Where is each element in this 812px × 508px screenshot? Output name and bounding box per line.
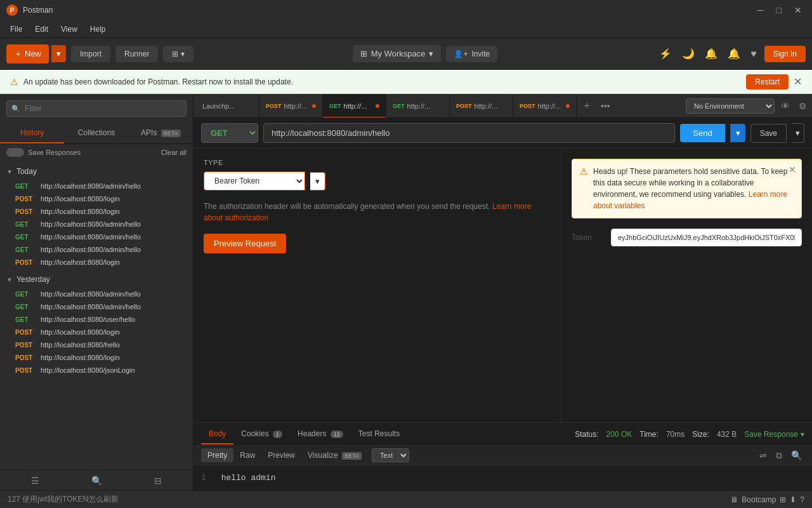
tab-post-1[interactable]: POST http://... [259,94,323,118]
send-button[interactable]: Send [680,124,724,142]
method-badge: GET [15,316,36,323]
search-bottom-icon[interactable]: 🔍 [91,476,102,486]
tab-get-2[interactable]: GET http://... [386,94,450,118]
format-type-select[interactable]: Text [372,448,409,462]
response-tab-body[interactable]: Body [201,424,233,444]
item-url: http://localhost:8080/admin/hello [41,290,141,298]
yesterday-header[interactable]: ▼ Yesterday [0,271,193,288]
search-input[interactable] [6,100,187,117]
notification-icon-btn[interactable]: 🔔 [702,45,720,62]
response-tab-tests[interactable]: Test Results [351,424,407,444]
invite-button[interactable]: 👤+ Invite [446,46,497,62]
format-tab-pretty[interactable]: Pretty [201,448,233,462]
preview-request-button[interactable]: Preview Request [204,234,286,253]
list-item[interactable]: POST http://localhost:8080/login [0,256,193,269]
tab-post-2[interactable]: POST http://... [450,94,513,118]
lightning-icon-btn[interactable]: ⚡ [657,45,674,62]
menu-help[interactable]: Help [85,23,111,36]
format-tab-visualize[interactable]: Visualize BETA [301,448,368,462]
list-item[interactable]: GET http://localhost:8080/admin/hello [0,218,193,231]
new-dropdown-arrow[interactable]: ▾ [51,45,66,62]
tab-post-3[interactable]: POST http://... [513,94,577,118]
add-tab-button[interactable]: ＋ [577,99,597,112]
invite-label: Invite [471,50,490,58]
visualize-beta-badge: BETA [342,452,362,460]
tab-history[interactable]: History [0,123,64,144]
token-input[interactable] [611,229,802,246]
format-tab-raw[interactable]: Raw [233,448,261,462]
clear-all-button[interactable]: Clear all [161,149,187,156]
eye-icon[interactable]: 👁 [778,98,792,114]
sidebar-search: 🔍 [0,94,193,123]
question-icon: ? [800,495,804,504]
size-label: Size: [692,430,709,439]
save-dropdown-button[interactable]: ▾ [792,123,804,143]
method-badge: POST [15,208,36,215]
response-tab-headers[interactable]: Headers 12 [290,424,351,444]
list-item[interactable]: POST http://localhost:8080/hello [0,338,193,351]
environment-select[interactable]: No Environment [686,98,775,114]
save-button[interactable]: Save [750,124,787,143]
sign-in-button[interactable]: Sign In [764,46,806,62]
method-select[interactable]: GET [201,123,258,143]
settings-icon[interactable]: ⚙ [796,98,809,114]
import-button[interactable]: Import [71,46,110,62]
layout-bottom-icon[interactable]: ⊟ [154,476,162,486]
format-tab-preview[interactable]: Preview [261,448,301,462]
new-button[interactable]: ＋ New [6,44,49,64]
list-item[interactable]: GET http://localhost:8080/admin/hello [0,180,193,192]
layout-button[interactable]: ⊞ ▾ [163,46,193,62]
learn-more-auth-link[interactable]: Learn more about authorization [204,202,531,222]
tab-apis[interactable]: APIs BETA [129,123,193,144]
tab-method-badge: GET [393,103,405,109]
tab-dot [376,104,379,108]
close-alert-button[interactable]: ✕ [789,164,796,175]
sidebar-toggle-button[interactable]: ☰ [31,476,39,486]
minimize-button[interactable]: ─ [754,4,768,17]
response-tab-cookies[interactable]: Cookies 1 [233,424,290,444]
list-item[interactable]: POST http://localhost:8080/login [0,205,193,218]
send-dropdown-button[interactable]: ▾ [730,124,745,142]
menu-file[interactable]: File [5,23,27,36]
maximize-button[interactable]: □ [773,4,785,17]
url-input[interactable] [263,123,675,143]
runner-button[interactable]: Runner [115,46,158,62]
list-item[interactable]: GET http://localhost:8080/admin/hello [0,231,193,243]
more-tabs-button[interactable]: ••• [597,101,614,111]
list-item[interactable]: POST http://localhost:8080/login [0,326,193,338]
list-item[interactable]: POST http://localhost:8080/login [0,351,193,364]
search-response-icon[interactable]: 🔍 [789,449,804,462]
list-item[interactable]: GET http://localhost:8080/user/hello [0,313,193,326]
workspace-button[interactable]: ⊞ My Workspace ▾ [353,45,442,62]
auth-type-select[interactable]: Bearer Token [204,171,305,190]
yesterday-section: ▼ Yesterday GET http://localhost:8080/ad… [0,271,193,377]
tab-get-active[interactable]: GET http://... [323,94,386,118]
list-item[interactable]: GET http://localhost:8080/admin/hello [0,243,193,256]
line-number: 1 [201,473,206,483]
list-item[interactable]: POST http://localhost:8080/login [0,192,193,205]
menu-edit[interactable]: Edit [30,23,53,36]
heart-icon-btn[interactable]: ♥ [748,46,759,62]
toggle-switch[interactable] [6,148,24,157]
list-item[interactable]: POST http://localhost:8080/jsonLogin [0,364,193,377]
auth-type-dropdown[interactable]: ▾ [310,172,325,190]
wrap-icon[interactable]: ⇌ [757,449,769,462]
tab-collections[interactable]: Collections [64,123,128,144]
update-message: An update has been downloaded for Postma… [23,77,741,86]
menu-view[interactable]: View [56,23,82,36]
copy-icon[interactable]: ⧉ [773,449,785,462]
moon-icon-btn[interactable]: 🌙 [679,45,697,62]
update-banner: ⚠ An update has been downloaded for Post… [0,70,812,94]
alert-icon-btn[interactable]: 🔔 [725,45,743,62]
today-header[interactable]: ▼ Today [0,163,193,180]
save-response-button[interactable]: Save Response ▾ [744,430,804,439]
close-button[interactable]: ✕ [790,4,806,17]
tab-url: http://... [475,102,506,110]
tab-launchpad[interactable]: Launchp... [196,94,259,118]
restart-button[interactable]: Restart [746,74,789,90]
bootcamp-button[interactable]: 🖥 Bootcamp ⊞ ⬇ ? [730,495,804,504]
list-item[interactable]: GET http://localhost:8080/admin/hello [0,288,193,300]
list-item[interactable]: GET http://localhost:8080/admin/hello [0,300,193,313]
toolbar-spacer: ⊞ My Workspace ▾ 👤+ Invite [199,45,652,62]
close-update-button[interactable]: ✕ [794,76,802,88]
